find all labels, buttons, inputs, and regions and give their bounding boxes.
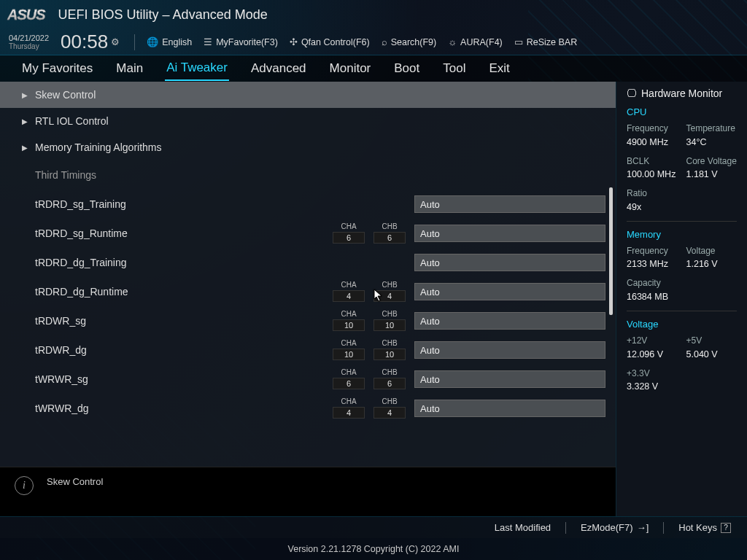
channel-values: CHA10 CHB10 <box>333 340 406 360</box>
tab-tool[interactable]: Tool <box>441 57 467 80</box>
mem-cap-label: Capacity <box>627 278 678 289</box>
mem-cap-value: 16384 MB <box>627 292 678 302</box>
hotkeys-button[interactable]: Hot Keys? <box>678 522 731 533</box>
cha-value: 4 <box>333 290 365 302</box>
cpu-temp-label: Temperature <box>686 123 738 135</box>
ratio-value: 49x <box>627 202 678 212</box>
channel-values: CHA6 CHB6 <box>333 369 406 389</box>
expand-memory-training[interactable]: ▶Memory Training Algorithms <box>0 134 616 160</box>
tab-advanced[interactable]: Advanced <box>249 57 308 80</box>
setting-dropdown[interactable]: Auto <box>414 370 605 388</box>
setting-row-tRDRD_sg_Training: tRDRD_sg_TrainingAuto <box>0 190 616 219</box>
question-icon: ? <box>721 523 731 533</box>
channel-values: CHA6 CHB6 <box>333 223 406 244</box>
exit-arrow-icon: →] <box>637 522 649 533</box>
corevolt-value: 1.181 V <box>686 169 738 179</box>
hardware-monitor-panel: 🖵Hardware Monitor CPU Frequency4900 MHzT… <box>616 82 747 516</box>
ezmode-button[interactable]: EzMode(F7)→] <box>581 522 649 533</box>
content-area: ▶Skew Control ▶RTL IOL Control ▶Memory T… <box>0 82 747 516</box>
myfavorite-button[interactable]: ☰MyFavorite(F3) <box>204 36 278 47</box>
last-modified-button[interactable]: Last Modified <box>495 522 551 533</box>
setting-dropdown[interactable]: Auto <box>414 225 605 242</box>
search-button[interactable]: ⌕Search(F9) <box>382 36 437 47</box>
clock-time: 00:58 <box>61 31 108 53</box>
mem-volt-label: Voltage <box>686 246 738 257</box>
setting-name: tRDWR_sg <box>35 315 333 327</box>
resize-icon: ▭ <box>514 36 523 47</box>
tab-monitor[interactable]: Monitor <box>328 57 373 80</box>
tab-ai-tweaker[interactable]: Ai Tweaker <box>165 56 229 81</box>
setting-dropdown[interactable]: Auto <box>414 283 605 300</box>
language-button[interactable]: 🌐English <box>147 36 192 47</box>
tab-exit[interactable]: Exit <box>487 57 511 80</box>
aura-label: AURA(F4) <box>460 37 503 47</box>
third-timings-header: Third Timings <box>0 160 616 190</box>
chevron-right-icon: ▶ <box>22 144 28 152</box>
separator <box>565 522 566 534</box>
cha-value: 4 <box>333 407 365 419</box>
tab-boot[interactable]: Boot <box>392 57 421 80</box>
version-text: Version 2.21.1278 Copyright (C) 2022 AMI <box>0 538 747 560</box>
bclk-label: BCLK <box>627 156 678 168</box>
chb-label: CHB <box>374 369 406 376</box>
setting-row-tRDRD_dg_Runtime: tRDRD_dg_Runtime CHA4 CHB4 Auto <box>0 277 616 306</box>
datetime-block: 04/21/2022 Thursday <box>9 34 49 50</box>
setting-name: tRDRD_sg_Training <box>35 198 333 210</box>
info-bar: i Skew Control <box>0 467 616 516</box>
header-bar: ASUS UEFI BIOS Utility – Advanced Mode <box>0 0 747 29</box>
aura-button[interactable]: ☼AURA(F4) <box>448 36 503 47</box>
expand-skew-control[interactable]: ▶Skew Control <box>0 82 616 108</box>
expand-rtl-iol-control[interactable]: ▶RTL IOL Control <box>0 108 616 134</box>
setting-dropdown[interactable]: Auto <box>414 312 605 330</box>
setting-name: tRDRD_dg_Training <box>35 257 333 268</box>
cha-label: CHA <box>333 223 365 230</box>
rtl-label: RTL IOL Control <box>35 115 608 127</box>
scrollbar-thumb[interactable] <box>609 187 613 315</box>
cha-label: CHA <box>333 311 365 318</box>
setting-name: tWRWR_dg <box>35 402 333 414</box>
mta-label: Memory Training Algorithms <box>35 141 608 153</box>
gear-icon[interactable]: ⚙ <box>111 36 120 47</box>
cha-label: CHA <box>333 281 365 289</box>
channel-values: CHA10 CHB10 <box>333 311 406 331</box>
chevron-right-icon: ▶ <box>22 91 28 99</box>
chevron-right-icon: ▶ <box>22 117 28 125</box>
main-tabs: My Favorites Main Ai Tweaker Advanced Mo… <box>0 55 747 82</box>
vendor-logo: ASUS <box>7 7 48 23</box>
hwmon-cpu-section: CPU <box>627 106 737 117</box>
ezmode-label: EzMode(F7) <box>581 522 633 533</box>
setting-name: tRDRD_sg_Runtime <box>35 228 333 239</box>
mem-freq-value: 2133 MHz <box>627 259 678 269</box>
setting-dropdown[interactable]: Auto <box>414 195 605 213</box>
setting-row-tRDRD_sg_Runtime: tRDRD_sg_Runtime CHA6 CHB6 Auto <box>0 219 616 248</box>
app-title: UEFI BIOS Utility – Advanced Mode <box>58 7 268 23</box>
clock[interactable]: 00:58 ⚙ <box>61 31 120 53</box>
channel-values: CHA4 CHB4 <box>333 398 406 419</box>
setting-dropdown[interactable]: Auto <box>414 400 605 417</box>
skew-label: Skew Control <box>35 89 608 101</box>
v12-value: 12.096 V <box>627 349 678 359</box>
mem-volt-value: 1.216 V <box>686 259 738 269</box>
bclk-value: 100.00 MHz <box>627 169 678 179</box>
chb-value: 6 <box>374 378 406 389</box>
setting-dropdown[interactable]: Auto <box>414 254 605 271</box>
v5-value: 5.040 V <box>686 349 738 359</box>
monitor-icon: 🖵 <box>627 88 637 99</box>
day-text: Thursday <box>9 42 49 50</box>
qfan-button[interactable]: ✣Qfan Control(F6) <box>290 36 370 47</box>
settings-scroll[interactable]: ▶Skew Control ▶RTL IOL Control ▶Memory T… <box>0 82 616 467</box>
v5-label: +5V <box>686 335 738 347</box>
qfan-label: Qfan Control(F6) <box>301 37 370 47</box>
setting-dropdown[interactable]: Auto <box>414 341 605 359</box>
globe-icon: 🌐 <box>147 36 158 47</box>
tab-my-favorites[interactable]: My Favorites <box>20 57 94 80</box>
tab-main[interactable]: Main <box>115 57 144 80</box>
setting-row-tRDWR_dg: tRDWR_dg CHA10 CHB10 Auto <box>0 335 616 365</box>
bottom-bar: Last Modified EzMode(F7)→] Hot Keys? Ver… <box>0 516 747 560</box>
action-bar: Last Modified EzMode(F7)→] Hot Keys? <box>0 516 747 538</box>
resizebar-button[interactable]: ▭ReSize BAR <box>514 36 577 47</box>
cha-label: CHA <box>333 340 365 347</box>
myfavorite-label: MyFavorite(F3) <box>216 37 278 47</box>
v12-label: +12V <box>627 335 678 347</box>
cpu-temp-value: 34°C <box>686 137 738 147</box>
